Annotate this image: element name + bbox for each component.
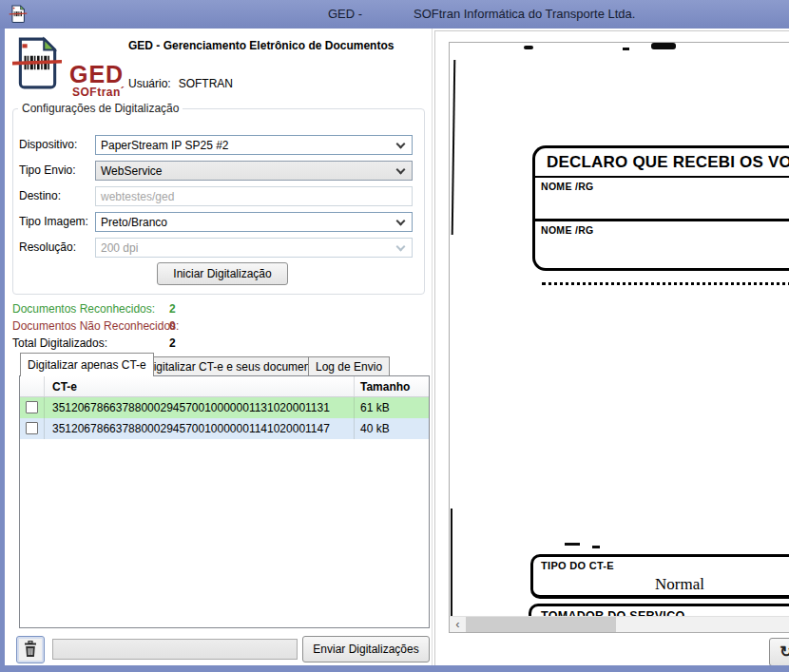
chevron-down-icon bbox=[396, 242, 406, 252]
table-row[interactable]: 3512067866378800029457001000000114102000… bbox=[20, 418, 429, 439]
send-scans-button[interactable]: Enviar Digitalizações bbox=[302, 636, 430, 662]
header-tamanho[interactable]: Tamanho bbox=[355, 376, 429, 396]
scan-artifact-mark bbox=[524, 46, 533, 49]
total-label: Total Digitalizados: bbox=[12, 336, 107, 350]
row-checkbox-cell bbox=[20, 418, 45, 439]
total-counter: Total Digitalizados: 2 bbox=[12, 336, 107, 350]
cte-table: CT-e Tamanho 351206786637880002945700100… bbox=[19, 375, 430, 628]
destination-label: Destino: bbox=[19, 189, 61, 202]
unrecognized-label: Documentos Não Reconhecidos: bbox=[12, 319, 179, 333]
scan-artifact-mark bbox=[565, 543, 580, 546]
app-window: GED - SOFtran Informática do Transporte … bbox=[0, 0, 789, 672]
image-type-select[interactable]: Preto/Branco bbox=[95, 212, 413, 232]
row-checkbox[interactable] bbox=[26, 401, 38, 413]
tipo-cte-label: TIPO DO CT-E bbox=[533, 557, 789, 571]
recognized-value: 2 bbox=[169, 302, 176, 316]
tab-digitalizar-apenas-cte[interactable]: Digitalizar apenas CT-e bbox=[20, 353, 154, 376]
scan-settings-title: Configurações de Digitalização bbox=[18, 102, 183, 115]
logo-text: GED bbox=[69, 61, 124, 88]
page-title: GED - Gerenciamento Eletrônico de Docume… bbox=[128, 39, 394, 52]
row-cte-value: 3512067866378800029457001000000114102000… bbox=[45, 418, 355, 439]
rotate-icon: ↻ bbox=[779, 643, 789, 660]
scan-artifact-mark bbox=[623, 48, 629, 50]
resolution-value: 200 dpi bbox=[101, 241, 138, 255]
scrollbar-thumb[interactable] bbox=[466, 617, 616, 633]
upload-progress-bar bbox=[52, 639, 298, 660]
row-checkbox-cell bbox=[20, 397, 45, 418]
device-select[interactable]: PaperStream IP SP25 #2 bbox=[95, 135, 413, 155]
total-value: 2 bbox=[169, 336, 176, 350]
row-checkbox[interactable] bbox=[26, 422, 38, 434]
delete-button[interactable] bbox=[16, 636, 45, 663]
scanned-document-image[interactable]: DECLARO QUE RECEBI OS VO NOME /RG NOME /… bbox=[449, 42, 789, 633]
scan-artifact-line bbox=[451, 509, 452, 616]
resolution-select: 200 dpi bbox=[95, 238, 413, 258]
title-bar: GED - SOFtran Informática do Transporte … bbox=[0, 0, 789, 29]
row-size-value: 40 kB bbox=[355, 418, 429, 439]
window-title-suffix: SOFtran Informática do Transporte Ltda. bbox=[414, 7, 635, 21]
scan-artifact-line bbox=[452, 60, 456, 235]
recognized-counter: Documentos Reconhecidos: 2 bbox=[12, 302, 155, 316]
device-value: PaperStream IP SP25 #2 bbox=[101, 139, 229, 152]
user-label: Usuário: bbox=[128, 77, 171, 90]
row-cte-value: 3512067866378800029457001000000113102000… bbox=[45, 397, 355, 418]
nome-rg-label: NOME /RG bbox=[535, 178, 789, 192]
chevron-down-icon bbox=[396, 217, 406, 226]
rotate-button[interactable]: ↻ bbox=[769, 638, 789, 665]
table-header-row: CT-e Tamanho bbox=[20, 376, 429, 397]
app-icon bbox=[9, 5, 28, 24]
ged-logo: GED SOFtran´ bbox=[12, 36, 126, 97]
send-type-label: Tipo Envio: bbox=[19, 163, 76, 177]
send-type-select[interactable]: WebService bbox=[95, 161, 413, 181]
tipo-cte-box: TIPO DO CT-E Normal bbox=[530, 554, 789, 599]
chevron-down-icon bbox=[396, 165, 406, 175]
trash-icon bbox=[23, 641, 38, 658]
row-size-value: 61 kB bbox=[355, 397, 429, 418]
header-cte[interactable]: CT-e bbox=[45, 376, 355, 396]
left-panel: GED SOFtran´ GED - Gerenciamento Eletrôn… bbox=[5, 29, 433, 665]
scan-artifact-mark bbox=[651, 43, 676, 49]
destination-value: webtestes/ged bbox=[101, 190, 174, 203]
window-title-prefix: GED - bbox=[328, 7, 362, 21]
destination-field[interactable]: webtestes/ged bbox=[95, 186, 413, 206]
chevron-down-icon bbox=[396, 140, 406, 149]
scan-artifact-mark bbox=[592, 546, 600, 548]
resolution-label: Resolução: bbox=[19, 240, 76, 254]
image-type-value: Preto/Branco bbox=[101, 216, 167, 229]
table-row[interactable]: 3512067866378800029457001000000113102000… bbox=[20, 397, 429, 418]
start-scan-button[interactable]: Iniciar Digitalização bbox=[157, 262, 288, 285]
document-preview-panel: DECLARO QUE RECEBI OS VO NOME /RG NOME /… bbox=[434, 30, 789, 665]
device-label: Dispositivo: bbox=[19, 138, 77, 151]
unrecognized-counter: Documentos Não Reconhecidos: 0 bbox=[12, 319, 179, 333]
declaro-box: DECLARO QUE RECEBI OS VO NOME /RG NOME /… bbox=[532, 145, 789, 271]
tipo-cte-value: Normal bbox=[655, 575, 704, 594]
dotted-cut-line bbox=[542, 282, 789, 285]
image-type-label: Tipo Imagem: bbox=[19, 215, 88, 228]
nome-rg-label: NOME /RG bbox=[535, 221, 789, 236]
user-value: SOFTRAN bbox=[179, 77, 233, 90]
scroll-left-arrow-icon[interactable]: ‹ bbox=[450, 617, 466, 633]
unrecognized-value: 0 bbox=[169, 319, 176, 333]
declaro-title: DECLARO QUE RECEBI OS VO bbox=[535, 148, 789, 178]
user-line: Usuário:SOFTRAN bbox=[128, 77, 233, 90]
ged-logo-icon bbox=[12, 36, 62, 91]
horizontal-scrollbar[interactable]: ‹ bbox=[450, 616, 789, 632]
logo-subtext: SOFtran´ bbox=[72, 86, 125, 99]
tab-log-de-envio[interactable]: Log de Envio bbox=[308, 356, 390, 377]
window-body: GED SOFtran´ GED - Gerenciamento Eletrôn… bbox=[5, 29, 789, 665]
recognized-label: Documentos Reconhecidos: bbox=[12, 302, 155, 316]
send-type-value: WebService bbox=[101, 164, 162, 178]
tab-digitalizar-cte-documentos[interactable]: Digitalizar CT-e e seus documentos bbox=[138, 356, 333, 377]
header-selector-cell bbox=[20, 376, 45, 396]
